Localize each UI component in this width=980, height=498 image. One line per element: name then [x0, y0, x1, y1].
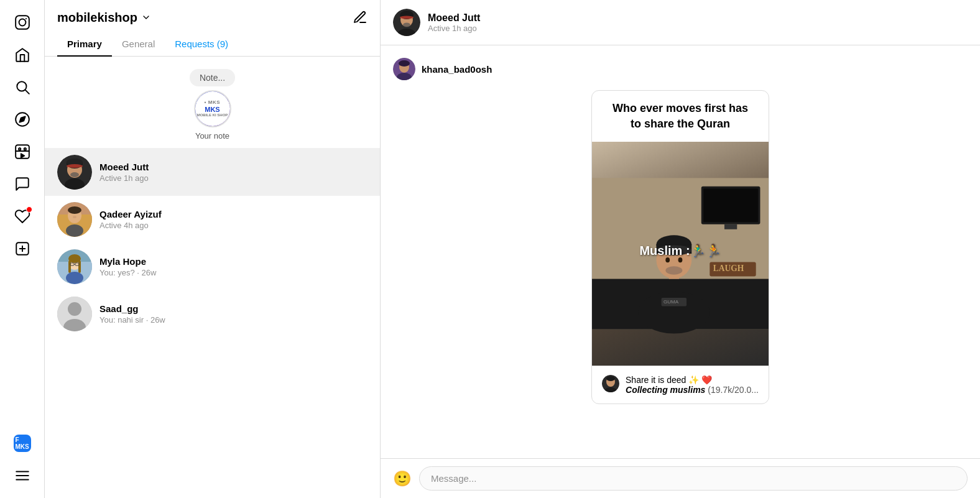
svg-point-51: [399, 60, 410, 67]
svg-point-1: [19, 19, 25, 26]
saad-name: Saad_gg: [99, 303, 368, 314]
svg-point-73: [606, 376, 615, 381]
saad-info: Saad_gg You: nahi sir · 26w: [99, 303, 368, 325]
inbox-tabs: Primary General Requests (9): [45, 32, 380, 57]
svg-point-39: [66, 272, 83, 284]
moeed-jutt-info: Moeed Jutt Active 1h ago: [99, 162, 368, 183]
chat-panel: Moeed Jutt Active 1h ago khana_bad0osh W…: [381, 0, 980, 498]
svg-rect-56: [724, 224, 737, 229]
post-caption: Share it is deed ✨ ❤️ Collecting muslims…: [592, 366, 769, 403]
saad-avatar: [57, 297, 92, 331]
myla-name: Myla Hope: [99, 256, 368, 267]
svg-point-46: [400, 16, 414, 19]
sender-row: khana_bad0osh: [393, 58, 968, 80]
sender-username: khana_bad0osh: [422, 64, 492, 75]
myla-avatar: [57, 249, 92, 284]
svg-point-41: [68, 302, 81, 316]
notifications-icon[interactable]: [7, 201, 37, 231]
chat-messages: khana_bad0osh Who ever moves first has t…: [381, 45, 980, 458]
instagram-logo-icon[interactable]: [7, 7, 37, 37]
chat-header-avatar: [393, 9, 420, 36]
svg-point-28: [66, 224, 83, 237]
chat-header-info: Moeed Jutt Active 1h ago: [428, 12, 480, 33]
profile-avatar: mobilekishop FMKS: [14, 435, 31, 452]
svg-rect-0: [16, 16, 29, 29]
explore-icon[interactable]: [7, 104, 37, 134]
post-caption-deed: Share it is deed ✨ ❤️: [626, 375, 759, 385]
svg-point-27: [68, 206, 81, 214]
conversation-moeed-jutt[interactable]: Moeed Jutt Active 1h ago: [45, 149, 380, 196]
qadeer-status: Active 4h ago: [99, 221, 368, 230]
svg-point-9: [24, 148, 25, 150]
inbox-title[interactable]: mobilekishop: [57, 11, 151, 25]
svg-point-47: [403, 23, 410, 27]
sender-avatar: [393, 58, 415, 80]
search-icon[interactable]: [7, 72, 37, 102]
post-image-overlay-text: Muslim :🏃‍♂️🏃: [639, 244, 721, 259]
account-name: mobilekishop: [57, 11, 137, 25]
svg-point-23: [70, 172, 79, 177]
moeed-jutt-avatar: [57, 155, 92, 190]
conversation-saad-gg[interactable]: Saad_gg You: nahi sir · 26w: [45, 290, 380, 338]
menu-icon[interactable]: [7, 461, 37, 491]
svg-line-4: [25, 90, 29, 94]
qadeer-name: Qadeer Ayizuf: [99, 209, 368, 219]
post-caption-count: (19.7k/20.0...: [708, 385, 759, 395]
chat-input-area: 🙂: [381, 458, 980, 498]
svg-rect-34: [68, 261, 71, 273]
chat-contact-name: Moeed Jutt: [428, 12, 480, 24]
create-icon[interactable]: [7, 234, 37, 264]
qadeer-avatar: [57, 202, 92, 237]
shared-post-card: Who ever moves first has to share the Qu…: [591, 90, 769, 404]
post-caption-italic: Collecting muslims: [626, 385, 705, 395]
conversation-list: Note... ▪ MKS MKS MOBILE KI SHOP Your no…: [45, 57, 380, 498]
emoji-button[interactable]: 🙂: [393, 470, 412, 487]
post-image: LAUGH: [592, 142, 769, 366]
home-icon[interactable]: [7, 40, 37, 70]
tab-requests[interactable]: Requests (9): [165, 32, 238, 57]
compose-icon: [353, 10, 368, 25]
note-avatar[interactable]: ▪ MKS MKS MOBILE KI SHOP: [194, 90, 231, 127]
svg-point-67: [665, 257, 670, 262]
moeed-jutt-status: Active 1h ago: [99, 173, 368, 183]
post-text: Who ever moves first has to share the Qu…: [592, 91, 769, 142]
svg-point-29: [73, 216, 76, 218]
chevron-down-icon: [141, 12, 151, 22]
svg-point-8: [19, 148, 21, 150]
note-bubble[interactable]: Note...: [190, 69, 235, 86]
tab-primary[interactable]: Primary: [57, 32, 112, 57]
moeed-jutt-name: Moeed Jutt: [99, 162, 368, 172]
svg-text:LAUGH: LAUGH: [713, 264, 744, 274]
svg-point-21: [67, 164, 83, 168]
svg-rect-55: [703, 189, 758, 223]
myla-info: Myla Hope You: yes? · 26w: [99, 256, 368, 277]
svg-rect-35: [78, 261, 81, 273]
conversation-myla-hope[interactable]: Myla Hope You: yes? · 26w: [45, 243, 380, 290]
compose-button[interactable]: [353, 10, 368, 25]
post-msg-avatar: [602, 375, 619, 392]
saad-status: You: nahi sir · 26w: [99, 315, 368, 325]
svg-text:GUMA: GUMA: [663, 300, 679, 305]
myla-status: You: yes? · 26w: [99, 268, 368, 277]
svg-point-68: [678, 257, 683, 262]
mks-logo: ▪ MKS MKS MOBILE KI SHOP: [197, 100, 228, 117]
note-section: Note... ▪ MKS MKS MOBILE KI SHOP Your no…: [45, 62, 380, 149]
reels-icon[interactable]: [7, 137, 37, 167]
profile-avatar-icon[interactable]: mobilekishop FMKS: [7, 428, 37, 458]
svg-point-66: [665, 267, 682, 275]
chat-contact-status: Active 1h ago: [428, 24, 480, 33]
inbox-panel: mobilekishop Primary General Requests (9…: [45, 0, 381, 498]
inbox-header: mobilekishop: [45, 0, 380, 25]
conversation-qadeer-ayizuf[interactable]: Qadeer Ayizuf Active 4h ago: [45, 196, 380, 243]
svg-marker-6: [19, 116, 25, 122]
svg-point-2: [25, 18, 26, 19]
qadeer-info: Qadeer Ayizuf Active 4h ago: [99, 209, 368, 230]
message-input[interactable]: [419, 466, 968, 491]
nav-sidebar: mobilekishop FMKS: [0, 0, 45, 498]
tab-general[interactable]: General: [112, 32, 165, 57]
messages-icon[interactable]: [7, 169, 37, 199]
chat-header: Moeed Jutt Active 1h ago: [381, 0, 980, 45]
note-label: Your note: [195, 131, 229, 141]
